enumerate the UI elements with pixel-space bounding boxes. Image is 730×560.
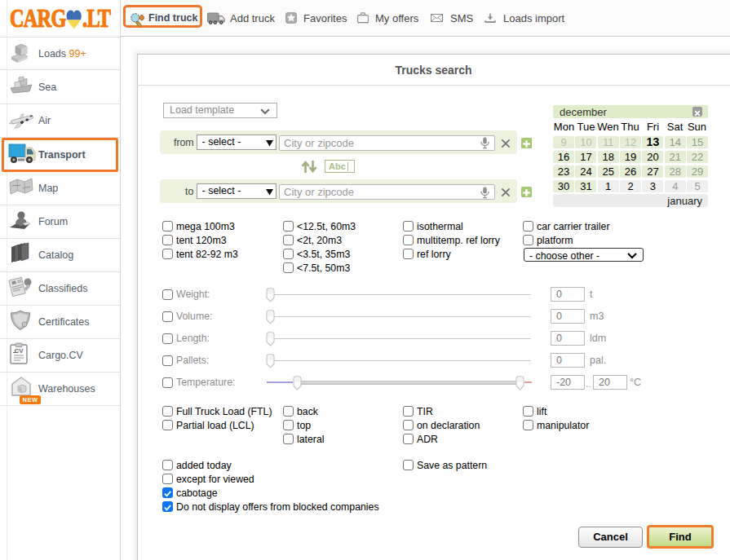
svg-text:CV: CV bbox=[14, 347, 24, 355]
